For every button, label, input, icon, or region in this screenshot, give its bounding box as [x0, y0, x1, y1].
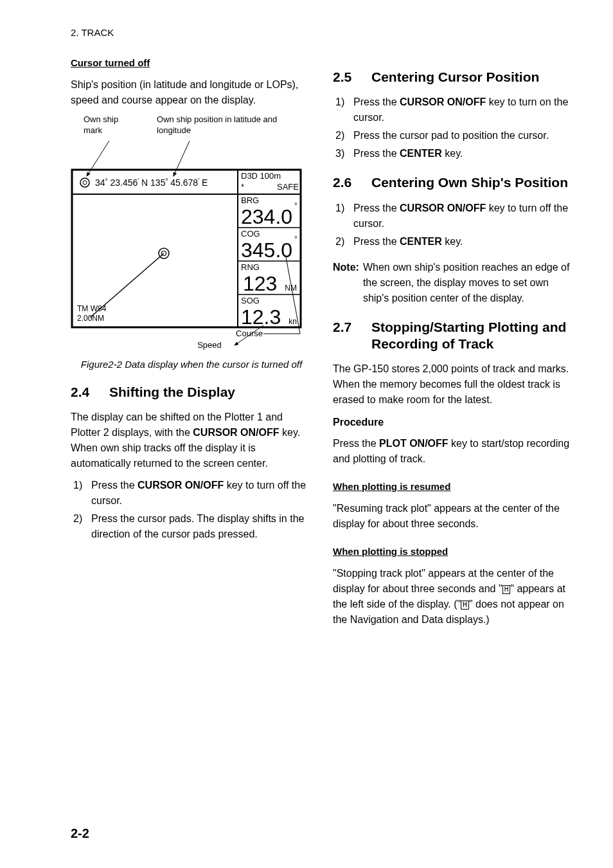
- hold-icon: H: [461, 601, 469, 610]
- svg-text:345.0: 345.0: [241, 239, 292, 262]
- svg-text:TM W84: TM W84: [77, 304, 107, 313]
- list-item: 1)Press the CURSOR ON/OFF key to turn of…: [73, 478, 312, 509]
- list-item: 2)Press the CENTER key.: [335, 234, 574, 249]
- svg-text:COG: COG: [241, 229, 260, 239]
- plotting-stopped-body: "Stopping track plot" appears at the cen…: [333, 566, 574, 628]
- figure-2-2-diagram: Own ship mark Own ship position in latit…: [71, 114, 312, 354]
- svg-text:234.0: 234.0: [241, 205, 292, 228]
- section-number: 2.6: [333, 174, 359, 191]
- svg-line-0: [87, 141, 109, 176]
- hold-icon: H: [502, 585, 511, 594]
- cursor-onoff-key-label: CURSOR ON/OFF: [193, 427, 279, 438]
- svg-text:12.3: 12.3: [241, 305, 281, 329]
- list-item: 2)Press the cursor pads. The display shi…: [73, 511, 312, 542]
- svg-text:Speed: Speed: [197, 340, 222, 350]
- svg-text:*: *: [241, 182, 244, 192]
- note-block: Note: When own ship's position reaches a…: [333, 260, 574, 306]
- list-item: 1)Press the CURSOR ON/OFF key to turn of…: [335, 201, 574, 231]
- diagram-label-own-ship-mark: Own ship mark: [84, 114, 139, 136]
- section-2-5-heading: 2.5 Centering Cursor Position: [333, 69, 574, 86]
- svg-point-9: [83, 181, 87, 185]
- section-2-6-heading: 2.6 Centering Own Ship's Position: [333, 174, 574, 191]
- procedure-heading: Procedure: [333, 415, 574, 429]
- svg-text:RNG: RNG: [241, 262, 260, 272]
- section-title: Shifting the Display: [109, 384, 235, 401]
- procedure-paragraph: Press the PLOT ON/OFF key to start/stop …: [333, 436, 574, 467]
- svg-text:°: °: [294, 201, 298, 210]
- note-label: Note:: [333, 260, 359, 306]
- left-column: Cursor turned off Ship's position (in la…: [71, 56, 312, 634]
- cursor-off-heading: Cursor turned off: [71, 56, 312, 69]
- plotter-display-svg: 34° 23.456′ N 135° 45.678′ E D3D 100m * …: [71, 138, 302, 350]
- plotting-resumed-body: "Resuming track plot" appears at the cen…: [333, 501, 574, 532]
- svg-text:2.00NM: 2.00NM: [77, 314, 104, 323]
- section-2-4-heading: 2.4 Shifting the Display: [71, 384, 312, 401]
- figure-caption: Figure2-2 Data display when the cursor i…: [71, 357, 312, 371]
- right-column: 2.5 Centering Cursor Position 1)Press th…: [333, 56, 574, 634]
- plotting-stopped-heading: When plotting is stopped: [333, 545, 574, 558]
- svg-text:kn: kn: [289, 317, 297, 326]
- svg-text:Course: Course: [236, 329, 263, 338]
- section-2-7-intro: The GP-150 stores 2,000 points of track …: [333, 361, 574, 408]
- page-number: 2-2: [71, 824, 89, 842]
- diagram-label-own-ship-position: Own ship position in latitude and longit…: [157, 114, 312, 136]
- svg-text:123: 123: [243, 272, 277, 295]
- section-number: 2.7: [333, 319, 359, 353]
- svg-text:D3D 100m: D3D 100m: [241, 171, 281, 181]
- svg-text:SOG: SOG: [241, 296, 260, 305]
- section-2-4-intro: The display can be shifted on the Plotte…: [71, 410, 312, 471]
- svg-text:34° 23.456′ N
             
  : 34° 23.456′ N 135° 45.678′ E: [95, 177, 208, 188]
- list-item: 1)Press the CURSOR ON/OFF key to turn on…: [335, 95, 574, 125]
- cursor-off-paragraph: Ship's position (in latitude and longitu…: [71, 77, 312, 108]
- note-body: When own ship's position reaches an edge…: [363, 260, 574, 306]
- section-title: Centering Own Ship's Position: [371, 174, 568, 191]
- section-number: 2.4: [71, 384, 96, 401]
- svg-text:SAFE: SAFE: [277, 182, 299, 192]
- svg-point-8: [80, 178, 89, 187]
- section-number: 2.5: [333, 69, 359, 86]
- section-title: Centering Cursor Position: [371, 69, 539, 86]
- list-item: 2)Press the cursor pad to position the c…: [335, 128, 574, 143]
- page-header: 2. TRACK: [71, 26, 574, 39]
- svg-text:BRG: BRG: [241, 195, 259, 205]
- section-title: Stopping/Starting Plotting and Recording…: [371, 319, 574, 353]
- svg-line-1: [173, 141, 190, 176]
- svg-text:°: °: [294, 235, 298, 244]
- section-2-7-heading: 2.7 Stopping/Starting Plotting and Recor…: [333, 319, 574, 353]
- list-item: 3)Press the CENTER key.: [335, 146, 574, 161]
- plotting-resumed-heading: When plotting is resumed: [333, 480, 574, 493]
